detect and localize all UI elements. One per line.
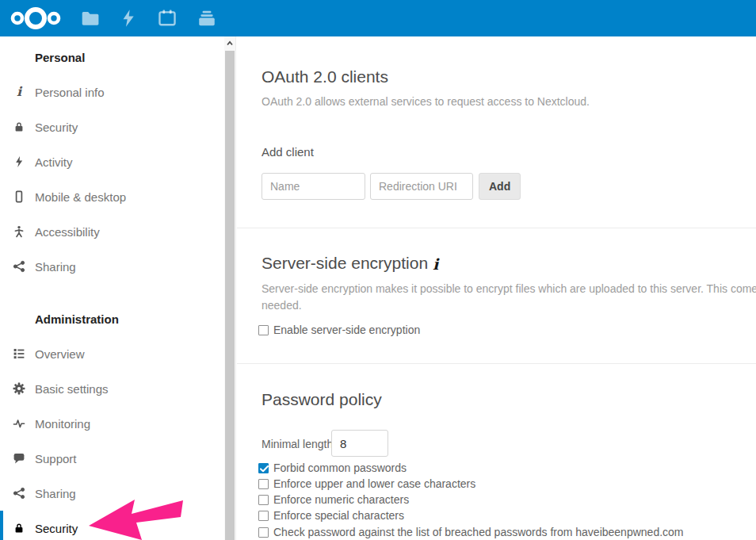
sidebar-item-security-personal[interactable]: Security: [0, 109, 224, 144]
lock-icon: [13, 121, 25, 133]
info-icon: i: [13, 86, 25, 98]
policy-checkbox-row: Enforce special characters: [258, 507, 404, 523]
lock-icon: [13, 522, 25, 534]
add-client-button[interactable]: Add: [479, 173, 521, 200]
client-name-input[interactable]: [262, 173, 365, 200]
sidebar-item-security-admin-active[interactable]: Security: [0, 511, 224, 540]
section-label: Administration: [35, 312, 119, 326]
policy-checkbox-row: Enforce upper and lower case characters: [258, 476, 475, 492]
encryption-info-icon[interactable]: i: [433, 255, 438, 273]
monitoring-icon: [13, 417, 25, 430]
sidebar-section-personal: Personal: [0, 40, 224, 75]
security-settings-content: OAuth 2.0 clients OAuth 2.0 allows exter…: [236, 36, 756, 540]
scrollbar-thumb[interactable]: [225, 51, 235, 540]
nextcloud-logo-icon[interactable]: [10, 6, 62, 30]
section-divider: [237, 363, 756, 364]
sidebar-section-administration: Administration: [0, 301, 224, 336]
password-policy-section-title: Password policy: [262, 389, 382, 410]
lightning-icon: [13, 155, 25, 168]
section-divider: [237, 228, 756, 228]
nextcloud-settings-page: Personal i Personal info Security Activi…: [0, 0, 756, 540]
add-client-label: Add client: [262, 145, 314, 159]
share-icon: [13, 260, 25, 273]
share-icon: [13, 487, 25, 500]
minimal-length-input[interactable]: [331, 430, 388, 457]
files-app-folder-icon[interactable]: [80, 8, 101, 29]
sidebar-item-personal-info[interactable]: i Personal info: [0, 75, 224, 109]
encryption-description-line1: Server-side encryption makes it possible…: [262, 282, 756, 295]
sidebar-scrollbar[interactable]: [224, 36, 235, 540]
oauth-section-title: OAuth 2.0 clients: [262, 67, 388, 87]
enforce-special-checkbox[interactable]: [258, 511, 269, 521]
minimal-length-label: Minimal length: [262, 438, 333, 450]
policy-checkbox-row: Forbid common passwords: [258, 460, 407, 476]
enforce-upper-lower-checkbox[interactable]: [258, 479, 269, 489]
policy-checkbox-row: Enforce numeric characters: [258, 492, 409, 507]
sidebar-item-support[interactable]: Support: [0, 441, 224, 476]
activity-app-lightning-icon[interactable]: [118, 8, 139, 29]
settings-sidebar: Personal i Personal info Security Activi…: [0, 36, 224, 540]
deck-app-icon[interactable]: [197, 8, 217, 29]
calendar-app-icon[interactable]: [157, 8, 178, 29]
accessibility-icon: [13, 225, 25, 238]
sidebar-item-overview[interactable]: Overview: [0, 336, 224, 371]
redirection-uri-input[interactable]: [370, 173, 473, 200]
sidebar-item-accessibility[interactable]: Accessibility: [0, 214, 224, 249]
sidebar-section-gap: [0, 284, 224, 301]
check-breached-passwords-checkbox[interactable]: [258, 527, 269, 538]
section-label: Personal: [35, 51, 85, 64]
enforce-numeric-checkbox[interactable]: [258, 495, 269, 505]
encryption-section-title: Server-side encryption: [262, 253, 428, 274]
forbid-common-passwords-checkbox[interactable]: [258, 463, 269, 473]
sidebar-item-activity[interactable]: Activity: [0, 144, 224, 179]
sidebar-item-sharing-personal[interactable]: Sharing: [0, 249, 224, 284]
sidebar-item-basic-settings[interactable]: Basic settings: [0, 371, 224, 406]
sidebar-item-sharing-admin[interactable]: Sharing: [0, 476, 224, 511]
chevron-up-icon[interactable]: [224, 36, 235, 50]
list-icon: [13, 347, 25, 360]
support-chat-icon: [13, 452, 25, 465]
sidebar-item-monitoring[interactable]: Monitoring: [0, 406, 224, 441]
sidebar-item-mobile-desktop[interactable]: Mobile & desktop: [0, 179, 224, 214]
oauth-section-description: OAuth 2.0 allows external services to re…: [262, 95, 590, 108]
top-header-bar: [0, 0, 756, 36]
enable-encryption-checkbox[interactable]: [258, 325, 269, 335]
enable-encryption-row: Enable server-side encryption: [258, 322, 420, 338]
gear-icon: [13, 382, 25, 395]
encryption-description-line2: needed.: [262, 299, 302, 312]
policy-checkbox-row: Check password against the list of breac…: [258, 524, 684, 540]
mobile-icon: [13, 190, 25, 203]
